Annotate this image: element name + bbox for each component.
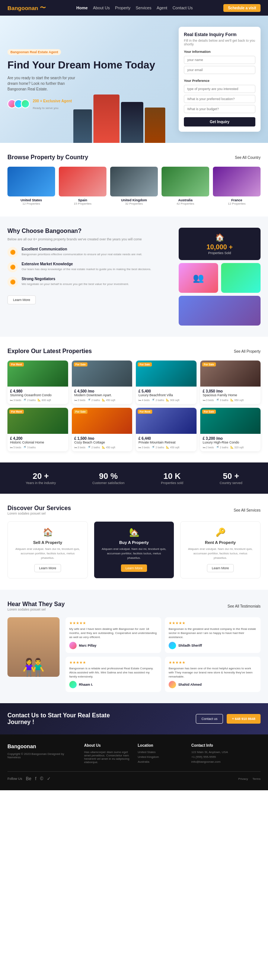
footer-phone: +1 (555) 555-5555 <box>191 755 260 759</box>
nav-services[interactable]: Services <box>136 6 151 10</box>
prop-beds-1: 🛏 3 beds <box>10 398 21 401</box>
prop-card-5[interactable]: For Rent £ 4,200 Historic Colonial Home … <box>8 408 68 451</box>
stars-3: ★★★★★ <box>69 660 158 665</box>
country-img-au <box>161 167 209 196</box>
services-see-all[interactable]: See All Services <box>234 508 260 512</box>
why-item-title-2: Extensive Market Knowledge <box>22 262 151 266</box>
why-icon-2: 🟠 <box>8 262 18 272</box>
footer-about-col: About Us Has ullamcorper diam sumo eget … <box>84 743 130 765</box>
prop-beds-2: 🛏 3 beds <box>75 398 86 401</box>
stats-number: 10,000 + <box>184 243 255 251</box>
country-name-spain: Spain <box>59 198 107 202</box>
country-card-us[interactable]: United States 12 Properties <box>8 167 55 205</box>
why-text-1: Excellent Communication Bangoonan priori… <box>22 247 142 256</box>
why-img-1-icon: 👥 <box>193 273 204 283</box>
inquiry-form: Real Estate Inquiry Form Fill in the det… <box>179 27 260 132</box>
prop-tag-5: For Rent <box>9 410 24 414</box>
stat-years-desc: Years in the industry <box>26 481 56 485</box>
email-input[interactable] <box>184 66 255 74</box>
terms-link[interactable]: Terms <box>252 777 260 781</box>
prop-price-3: £ 5,400 <box>139 389 194 393</box>
stat-properties: 10 K Properties sold <box>161 471 183 485</box>
nav-agent[interactable]: Agent <box>157 6 168 10</box>
prop-beds-5: 🛏 5 beds <box>10 446 21 449</box>
type-input[interactable] <box>184 85 255 93</box>
cta-banner: Contact Us to Start Your Real Estate Jou… <box>0 703 268 735</box>
author-avatar-2 <box>169 642 176 649</box>
testimonials-see-all[interactable]: See All Testimonials <box>227 604 260 608</box>
contact-us-button[interactable]: Contact us <box>196 714 223 724</box>
nav-about[interactable]: About Us <box>93 6 110 10</box>
cta-buttons: Contact us + 648 910 8648 <box>196 714 260 724</box>
prop-name-5: Historic Colonial Home <box>10 441 65 444</box>
testimonial-card-3: ★★★★★ Bangoonan is a reliable and profes… <box>65 657 161 692</box>
nav-home[interactable]: Home <box>76 6 88 10</box>
testimonial-author-1: Marc Pillay <box>69 642 158 649</box>
prop-price-5: £ 4,200 <box>10 436 65 441</box>
phone-button[interactable]: + 648 910 8648 <box>227 714 260 724</box>
prop-card-3[interactable]: For Sale £ 5,400 Luxury Beachfront Villa… <box>136 361 196 404</box>
footer-brand: Bangoonan Copyright © 2023 Bangoonan Des… <box>8 743 77 765</box>
prop-price-6: £ 1,500 /mo <box>75 436 130 441</box>
social-facebook-icon[interactable]: f <box>35 776 36 781</box>
privacy-link[interactable]: Privacy <box>238 777 248 781</box>
name-input[interactable] <box>184 56 255 64</box>
couple-icon: 👫 <box>22 659 45 677</box>
why-item-2: 🟠 Extensive Market Knowledge Our team ha… <box>8 262 171 272</box>
learn-more-button[interactable]: Learn More <box>8 296 36 304</box>
why-section: Why Choose Bangoonan? Below are all our … <box>0 216 268 337</box>
services-header: Discover Our Services Lorem sodales posu… <box>8 505 260 515</box>
prop-card-8[interactable]: For Sale £ 3,200 /mo Luxury High-Rise Co… <box>200 408 261 451</box>
country-card-au[interactable]: Australia 42 Properties <box>161 167 209 205</box>
prop-img-2: For Sale <box>72 361 132 387</box>
country-img-uk <box>110 167 158 196</box>
prop-beds-4: 🛏 3 beds <box>203 398 214 401</box>
schedule-visit-button[interactable]: Schedule a visit <box>223 4 260 12</box>
buy-learn-more-button[interactable]: Learn More <box>121 565 147 572</box>
country-img-us <box>8 167 55 196</box>
nav-contact[interactable]: Contact Us <box>172 6 193 10</box>
country-card-uk[interactable]: United Kingdom 32 Properties <box>110 167 158 205</box>
prop-name-8: Luxury High-Rise Condo <box>203 441 258 444</box>
stat-satisfaction: 90 % Customer satisfaction <box>92 471 125 485</box>
country-props-us: 12 Properties <box>8 202 55 205</box>
country-img-france <box>213 167 260 196</box>
budget-input[interactable] <box>184 105 255 113</box>
footer-contact-title: Contact Info <box>191 743 260 748</box>
country-card-france[interactable]: France 12 Properties <box>213 167 260 205</box>
rent-learn-more-button[interactable]: Learn More <box>207 564 234 572</box>
social-twitter-icon[interactable]: ✓ <box>47 776 51 781</box>
prop-card-6[interactable]: For Sale £ 1,500 /mo Cozy Beach Cottage … <box>72 408 132 451</box>
footer-location-2: United Kingdom <box>138 755 184 759</box>
country-props-uk: 32 Properties <box>110 202 158 205</box>
prop-price-8: £ 3,200 /mo <box>203 436 258 441</box>
social-instagram-icon[interactable]: © <box>40 776 43 781</box>
why-item-title-1: Excellent Communication <box>22 247 142 251</box>
prop-card-7[interactable]: For Rent £ 6,440 Private Mountain Retrea… <box>136 408 196 451</box>
sell-learn-more-button[interactable]: Learn More <box>34 564 61 572</box>
nav-property[interactable]: Property <box>115 6 131 10</box>
agent-avatars <box>8 99 30 108</box>
footer-location-3: Australia <box>138 760 184 764</box>
get-inquiry-button[interactable]: Get Inquiry <box>184 117 255 127</box>
stat-country-desc: Country served <box>220 481 242 485</box>
prop-sqft-2: 📐 450 sqft <box>102 398 115 401</box>
browse-see-all[interactable]: See All Country <box>235 156 260 160</box>
country-card-spain[interactable]: Spain 15 Properties <box>59 167 107 205</box>
prop-card-2[interactable]: For Sale £ 4,500 /mo Modern Downtown Apa… <box>72 361 132 404</box>
prop-card-4[interactable]: For Sale £ 3,050 /mo Spacious Family Hom… <box>200 361 261 404</box>
latest-see-all[interactable]: See All Property <box>234 349 260 353</box>
why-text-2: Extensive Market Knowledge Our team has … <box>22 262 151 271</box>
agent-sublabel: Ready to serve you <box>33 107 59 110</box>
location-input[interactable] <box>184 95 255 103</box>
why-title: Why Choose Bangoonan? <box>8 228 171 234</box>
prop-img-7: For Rent <box>136 408 196 434</box>
couple-img-bg: 👫 <box>8 617 59 677</box>
prop-tag-2: For Sale <box>74 363 88 366</box>
social-behance-icon[interactable]: Be <box>26 776 32 781</box>
testimonial-text-2: Bangoonan is the greatest and trusted co… <box>169 627 257 640</box>
stat-years: 20 + Years in the industry <box>26 471 56 485</box>
prop-card-1[interactable]: For Rent £ 4,980 Stunning Oceanfront Con… <box>8 361 68 404</box>
hero-left: Bangoonan Real Estate Agent Find Your Dr… <box>8 48 179 110</box>
follow-label: Follow Us <box>8 777 22 781</box>
